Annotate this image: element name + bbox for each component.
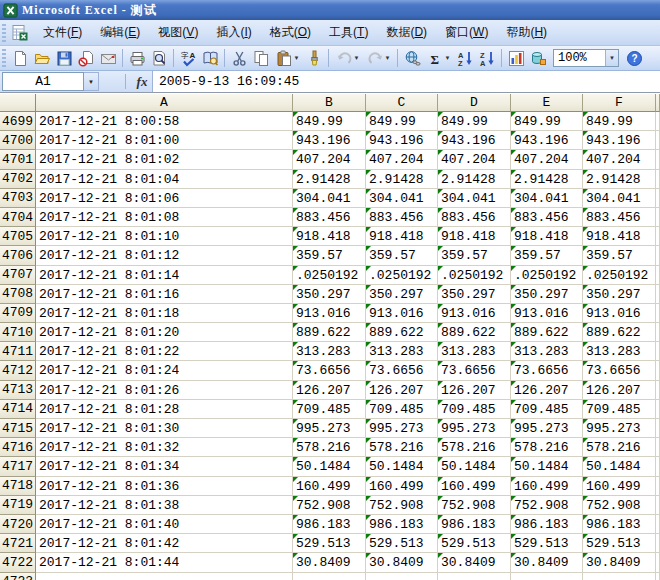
cell-B4700[interactable]: 943.196: [293, 131, 366, 150]
cell-D4716[interactable]: 578.216: [438, 438, 511, 457]
cell-A4721[interactable]: 2017-12-21 8:01:42: [36, 534, 293, 553]
cell-B4716[interactable]: 578.216: [293, 438, 366, 457]
undo-dropdown-icon[interactable]: ▼: [354, 55, 360, 61]
cell-D4702[interactable]: 2.91428: [438, 170, 511, 189]
cell-E4708[interactable]: 350.297: [511, 285, 583, 304]
cell-F4723[interactable]: [583, 573, 656, 580]
cell-F4703[interactable]: 304.041: [583, 189, 656, 208]
row-header-4703[interactable]: 4703: [0, 189, 36, 208]
cell-B4712[interactable]: 73.6656: [293, 361, 366, 380]
copy-button[interactable]: [250, 48, 272, 69]
menu-item-view[interactable]: 视图(V): [149, 20, 207, 45]
cell-D4719[interactable]: 752.908: [438, 496, 511, 515]
cell-B4718[interactable]: 160.499: [293, 477, 366, 496]
drawing-button[interactable]: [527, 48, 549, 69]
cell-partial-4714[interactable]: [656, 400, 660, 419]
cell-F4705[interactable]: 918.418: [583, 227, 656, 246]
cell-partial-4709[interactable]: [656, 304, 660, 323]
cell-partial-4719[interactable]: [656, 496, 660, 515]
cell-A4723[interactable]: [36, 573, 293, 580]
cell-F4708[interactable]: 350.297: [583, 285, 656, 304]
redo-button[interactable]: ▼: [363, 48, 394, 69]
print-preview-button[interactable]: [148, 48, 170, 69]
row-header-4713[interactable]: 4713: [0, 381, 36, 400]
menu-item-window[interactable]: 窗口(W): [436, 20, 497, 45]
row-header-4707[interactable]: 4707: [0, 266, 36, 285]
cell-F4700[interactable]: 943.196: [583, 131, 656, 150]
cell-A4701[interactable]: 2017-12-21 8:01:02: [36, 150, 293, 169]
cell-C4709[interactable]: 913.016: [366, 304, 438, 323]
cell-F4713[interactable]: 126.207: [583, 381, 656, 400]
cell-E4711[interactable]: 313.283: [511, 342, 583, 361]
cell-C4716[interactable]: 578.216: [366, 438, 438, 457]
cell-D4707[interactable]: .0250192: [438, 266, 511, 285]
cell-F4709[interactable]: 913.016: [583, 304, 656, 323]
cell-A4714[interactable]: 2017-12-21 8:01:28: [36, 400, 293, 419]
cell-C4706[interactable]: 359.57: [366, 246, 438, 265]
cell-partial-4712[interactable]: [656, 361, 660, 380]
cell-A4719[interactable]: 2017-12-21 8:01:38: [36, 496, 293, 515]
cell-A4700[interactable]: 2017-12-21 8:01:00: [36, 131, 293, 150]
cell-D4708[interactable]: 350.297: [438, 285, 511, 304]
cell-E4702[interactable]: 2.91428: [511, 170, 583, 189]
cell-D4706[interactable]: 359.57: [438, 246, 511, 265]
cell-F4719[interactable]: 752.908: [583, 496, 656, 515]
cell-partial-4715[interactable]: [656, 419, 660, 438]
spelling-button[interactable]: 字A: [177, 48, 199, 69]
cell-A4713[interactable]: 2017-12-21 8:01:26: [36, 381, 293, 400]
cell-B4720[interactable]: 986.183: [293, 515, 366, 534]
cell-C4703[interactable]: 304.041: [366, 189, 438, 208]
cell-B4713[interactable]: 126.207: [293, 381, 366, 400]
column-header-B[interactable]: B: [293, 94, 366, 112]
cell-E4703[interactable]: 304.041: [511, 189, 583, 208]
cell-E4709[interactable]: 913.016: [511, 304, 583, 323]
cell-F4712[interactable]: 73.6656: [583, 361, 656, 380]
cell-partial-4708[interactable]: [656, 285, 660, 304]
cell-F4702[interactable]: 2.91428: [583, 170, 656, 189]
cell-partial-4700[interactable]: [656, 131, 660, 150]
permission-button[interactable]: [75, 48, 97, 69]
cell-B4706[interactable]: 359.57: [293, 246, 366, 265]
zoom-combobox[interactable]: 100%▼: [553, 49, 619, 67]
research-button[interactable]: [199, 48, 221, 69]
column-header-partial[interactable]: [656, 94, 660, 112]
cell-A4707[interactable]: 2017-12-21 8:01:14: [36, 266, 293, 285]
column-header-C[interactable]: C: [366, 94, 438, 112]
row-header-4723[interactable]: 4723: [0, 573, 36, 580]
paste-button[interactable]: ▼: [272, 48, 303, 69]
cell-D4712[interactable]: 73.6656: [438, 361, 511, 380]
row-header-4709[interactable]: 4709: [0, 304, 36, 323]
cell-C4701[interactable]: 407.204: [366, 150, 438, 169]
row-header-4708[interactable]: 4708: [0, 285, 36, 304]
cell-D4721[interactable]: 529.513: [438, 534, 511, 553]
cell-B4721[interactable]: 529.513: [293, 534, 366, 553]
cell-C4719[interactable]: 752.908: [366, 496, 438, 515]
cell-C4712[interactable]: 73.6656: [366, 361, 438, 380]
zoom-level-value[interactable]: 100%: [554, 51, 605, 65]
help-button[interactable]: ?: [623, 48, 645, 69]
row-header-4722[interactable]: 4722: [0, 553, 36, 572]
cell-B4699[interactable]: 849.99: [293, 112, 366, 131]
cell-E4719[interactable]: 752.908: [511, 496, 583, 515]
cell-E4701[interactable]: 407.204: [511, 150, 583, 169]
cell-D4705[interactable]: 918.418: [438, 227, 511, 246]
row-header-4700[interactable]: 4700: [0, 131, 36, 150]
row-header-4714[interactable]: 4714: [0, 400, 36, 419]
cell-E4705[interactable]: 918.418: [511, 227, 583, 246]
cell-F4707[interactable]: .0250192: [583, 266, 656, 285]
cell-C4722[interactable]: 30.8409: [366, 553, 438, 572]
row-header-4706[interactable]: 4706: [0, 246, 36, 265]
cell-B4708[interactable]: 350.297: [293, 285, 366, 304]
cell-partial-4705[interactable]: [656, 227, 660, 246]
cell-B4714[interactable]: 709.485: [293, 400, 366, 419]
cell-C4702[interactable]: 2.91428: [366, 170, 438, 189]
cell-partial-4703[interactable]: [656, 189, 660, 208]
cell-A4712[interactable]: 2017-12-21 8:01:24: [36, 361, 293, 380]
cell-partial-4723[interactable]: [656, 573, 660, 580]
row-header-4710[interactable]: 4710: [0, 323, 36, 342]
cell-B4722[interactable]: 30.8409: [293, 553, 366, 572]
cell-E4713[interactable]: 126.207: [511, 381, 583, 400]
cell-B4710[interactable]: 889.622: [293, 323, 366, 342]
cell-B4711[interactable]: 313.283: [293, 342, 366, 361]
title-bar[interactable]: Microsoft Excel - 测试: [0, 0, 660, 20]
